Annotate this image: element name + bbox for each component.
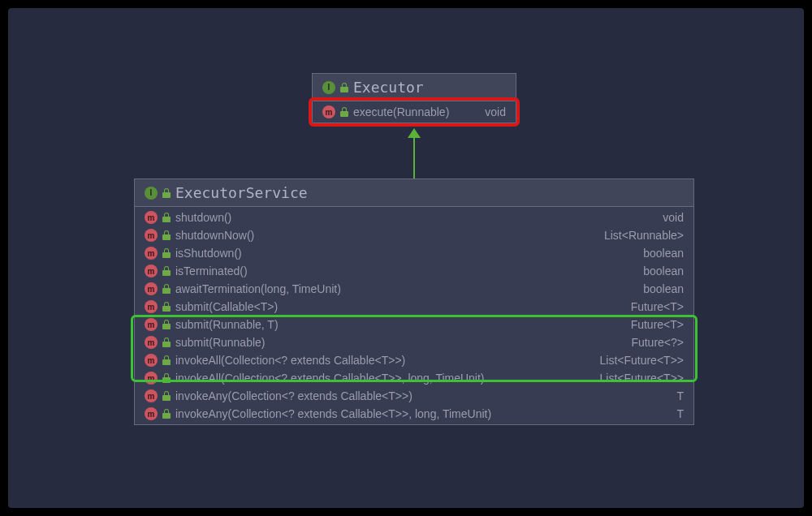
method-icon: m <box>145 282 158 295</box>
method-signature: invokeAny(Collection<? extends Callable<… <box>175 407 672 420</box>
class-header-service: I ExecutorService <box>135 179 693 207</box>
lock-icon <box>162 188 171 198</box>
method-row: m execute(Runnable) void <box>313 103 516 121</box>
method-return: Future<T> <box>631 300 684 313</box>
method-row: msubmit(Callable<T>)Future<T> <box>135 298 693 316</box>
method-return: boolean <box>643 264 684 277</box>
method-signature: invokeAll(Collection<? extends Callable<… <box>175 372 594 385</box>
method-return: void <box>485 105 506 118</box>
method-icon: m <box>145 318 158 331</box>
method-row: mshutdownNow()List<Runnable> <box>135 226 693 244</box>
method-return: List<Future<T>> <box>599 372 684 385</box>
method-row: minvokeAll(Collection<? extends Callable… <box>135 369 693 387</box>
method-signature: invokeAll(Collection<? extends Callable<… <box>175 354 594 367</box>
class-executor-service: I ExecutorService mshutdown()voidmshutdo… <box>134 178 694 425</box>
method-row: mawaitTermination(long, TimeUnit)boolean <box>135 280 693 298</box>
class-executor: I Executor m execute(Runnable) void <box>312 73 516 123</box>
method-return: T <box>676 407 684 420</box>
inheritance-arrow-head <box>408 128 421 138</box>
lock-icon <box>162 284 171 294</box>
method-return: List<Runnable> <box>604 229 684 242</box>
method-icon: m <box>145 300 158 313</box>
method-icon: m <box>145 389 158 402</box>
lock-icon <box>162 409 171 419</box>
lock-icon <box>162 213 171 222</box>
method-icon: m <box>145 247 158 260</box>
method-signature: execute(Runnable) <box>353 105 480 118</box>
method-row: mshutdown()void <box>135 209 693 226</box>
lock-icon <box>162 248 171 258</box>
class-name: Executor <box>353 79 424 96</box>
method-icon: m <box>145 264 158 277</box>
method-signature: shutdownNow() <box>175 229 599 242</box>
lock-icon <box>340 107 348 117</box>
method-row: msubmit(Runnable, T)Future<T> <box>135 316 693 333</box>
lock-icon <box>162 266 171 276</box>
lock-icon <box>162 230 171 240</box>
method-row: minvokeAny(Collection<? extends Callable… <box>135 387 693 405</box>
method-signature: awaitTermination(long, TimeUnit) <box>175 282 638 295</box>
diagram-canvas: I Executor m execute(Runnable) void I Ex… <box>8 8 804 508</box>
method-return: Future<T> <box>631 318 684 331</box>
method-return: boolean <box>643 282 684 295</box>
method-icon: m <box>145 211 158 224</box>
lock-icon <box>340 83 348 92</box>
method-return: List<Future<T>> <box>599 354 684 367</box>
method-icon: m <box>145 372 158 385</box>
class-body: m execute(Runnable) void <box>313 101 516 123</box>
method-signature: submit(Callable<T>) <box>175 300 626 313</box>
method-icon: m <box>145 336 158 349</box>
method-signature: submit(Runnable, T) <box>175 318 626 331</box>
class-body: mshutdown()voidmshutdownNow()List<Runnab… <box>135 207 693 424</box>
method-row: misShutdown()boolean <box>135 244 693 262</box>
lock-icon <box>162 338 171 347</box>
method-icon: m <box>145 354 158 367</box>
interface-icon: I <box>322 81 335 94</box>
lock-icon <box>162 355 171 365</box>
lock-icon <box>162 320 171 329</box>
interface-icon: I <box>145 187 158 200</box>
inheritance-arrow-line <box>413 138 415 178</box>
method-signature: shutdown() <box>175 211 658 224</box>
method-row: minvokeAny(Collection<? extends Callable… <box>135 405 693 423</box>
method-return: T <box>676 389 684 402</box>
class-header-executor: I Executor <box>313 74 516 101</box>
method-signature: submit(Runnable) <box>175 336 626 349</box>
method-return: Future<?> <box>631 336 684 349</box>
lock-icon <box>162 391 171 401</box>
method-return: void <box>663 211 684 224</box>
method-row: minvokeAll(Collection<? extends Callable… <box>135 351 693 369</box>
lock-icon <box>162 302 171 312</box>
method-icon: m <box>145 229 158 242</box>
method-icon: m <box>145 407 158 420</box>
class-name: ExecutorService <box>175 184 308 201</box>
method-icon: m <box>322 105 335 118</box>
lock-icon <box>162 373 171 383</box>
method-signature: invokeAny(Collection<? extends Callable<… <box>175 389 672 402</box>
method-signature: isTerminated() <box>175 264 638 277</box>
method-return: boolean <box>643 247 684 260</box>
method-row: msubmit(Runnable)Future<?> <box>135 333 693 351</box>
method-row: misTerminated()boolean <box>135 262 693 280</box>
method-signature: isShutdown() <box>175 247 638 260</box>
